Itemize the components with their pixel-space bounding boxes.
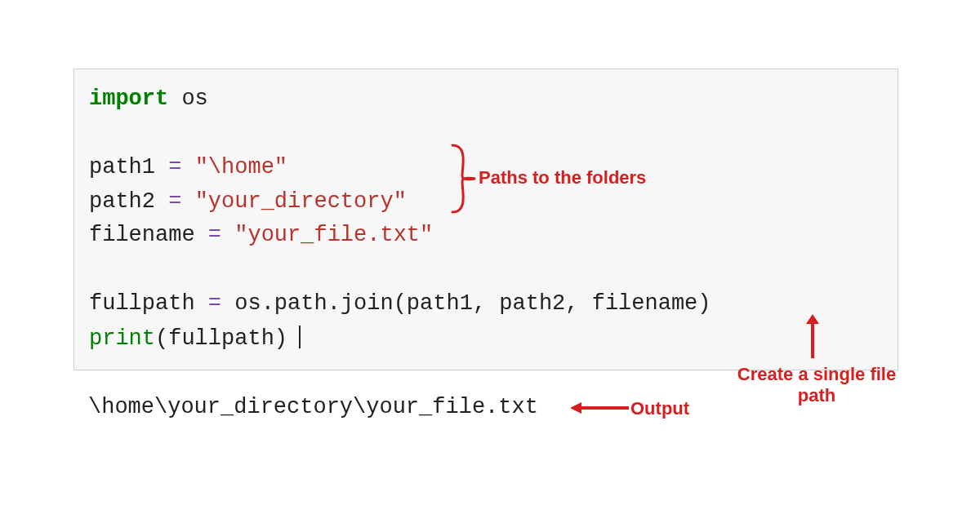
keyword-import: import — [89, 86, 168, 111]
str-path1: "\home" — [195, 155, 287, 179]
annotation-paths: Paths to the folders — [479, 167, 646, 188]
annotation-create-line1: Create a single file — [737, 364, 896, 384]
svg-marker-1 — [806, 314, 819, 324]
str-filename: "your_file.txt" — [234, 223, 433, 247]
var-fullpath: fullpath — [89, 291, 195, 316]
var-filename: filename — [89, 223, 195, 247]
code-block: import os path1 = "\home" path2 = "your_… — [74, 69, 898, 370]
fn-print: print — [89, 326, 155, 351]
arrow-left-icon — [570, 400, 630, 416]
annotation-create-line2: path — [798, 385, 835, 405]
str-path2: "your_directory" — [195, 189, 407, 214]
output-text: \home\your_directory\your_file.txt — [88, 395, 538, 419]
canvas: import os path1 = "\home" path2 = "your_… — [0, 0, 980, 514]
arrow-up-icon — [803, 314, 822, 360]
svg-marker-3 — [570, 402, 581, 414]
annotation-create: Create a single file path — [731, 364, 902, 407]
eq-1: = — [168, 155, 181, 179]
module-os: os — [181, 86, 207, 111]
eq-3: = — [208, 223, 221, 247]
var-path1: path1 — [89, 155, 155, 179]
eq-4: = — [208, 291, 221, 316]
expr-join: os.path.join(path1, path2, filename) — [234, 291, 710, 316]
eq-2: = — [168, 189, 181, 214]
args-print: (fullpath) — [155, 326, 287, 351]
var-path2: path2 — [89, 189, 155, 214]
annotation-output: Output — [630, 398, 689, 419]
text-cursor-icon — [299, 326, 301, 348]
